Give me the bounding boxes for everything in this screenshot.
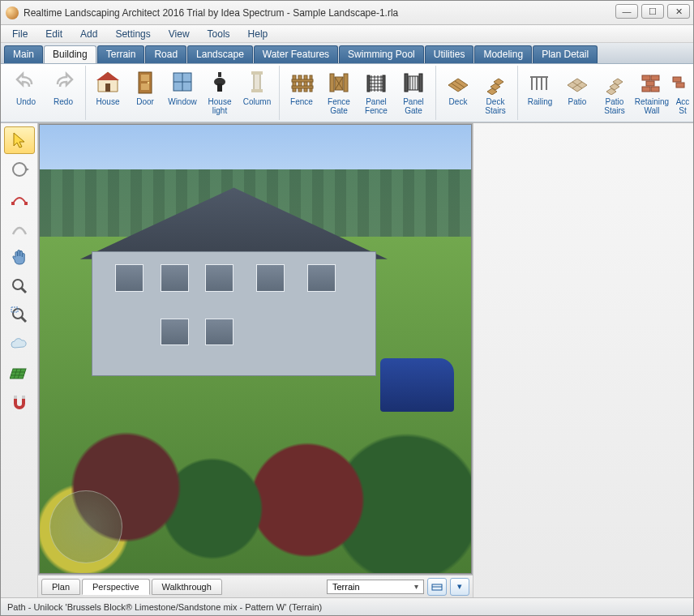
patio-label: Patio bbox=[568, 98, 587, 107]
svg-rect-65 bbox=[642, 87, 650, 92]
patio-stairs-icon bbox=[600, 67, 629, 96]
layer-options-button[interactable]: ▾ bbox=[450, 578, 469, 596]
ribbon-tab-pool[interactable]: Swimming Pool bbox=[339, 45, 424, 63]
canvas-area: Plan Perspective Walkthrough Terrain ▾ bbox=[38, 123, 473, 597]
view-tab-walkthrough[interactable]: Walkthrough bbox=[152, 579, 222, 595]
redo-label: Redo bbox=[54, 98, 73, 107]
svg-line-75 bbox=[21, 288, 26, 293]
svg-marker-1 bbox=[96, 72, 119, 80]
menu-settings[interactable]: Settings bbox=[107, 27, 158, 41]
tool-zoom-extents[interactable] bbox=[4, 302, 35, 329]
svg-rect-17 bbox=[298, 75, 302, 92]
menu-add[interactable]: Add bbox=[72, 27, 105, 41]
menu-view[interactable]: View bbox=[161, 27, 198, 41]
fence-gate-button[interactable]: Fence Gate bbox=[320, 66, 358, 120]
ribbon-tab-building[interactable]: Building bbox=[44, 45, 96, 63]
window-button[interactable]: Window bbox=[164, 66, 201, 120]
app-window: Realtime Landscaping Architect 2016 Tria… bbox=[0, 0, 694, 616]
svg-rect-10 bbox=[218, 72, 221, 77]
maximize-button[interactable]: ☐ bbox=[641, 4, 664, 19]
statusbar: Path - Unilock 'Brussels Block® Limeston… bbox=[1, 597, 693, 615]
tool-snap[interactable] bbox=[4, 389, 35, 417]
svg-rect-73 bbox=[24, 202, 28, 205]
ribbon-tab-water[interactable]: Water Features bbox=[254, 45, 338, 63]
house-light-button[interactable]: House light bbox=[201, 66, 238, 120]
viewport-3d[interactable] bbox=[39, 124, 472, 574]
house-icon bbox=[93, 67, 122, 96]
svg-rect-4 bbox=[141, 75, 149, 81]
panel-gate-button[interactable]: Panel Gate bbox=[395, 66, 432, 120]
patio-stairs-button[interactable]: Patio Stairs bbox=[596, 66, 633, 120]
minimize-button[interactable]: — bbox=[615, 4, 638, 19]
menu-edit[interactable]: Edit bbox=[37, 27, 71, 41]
ribbon-tab-plan-detail[interactable]: Plan Detail bbox=[533, 45, 598, 63]
view-tab-perspective[interactable]: Perspective bbox=[82, 579, 149, 595]
ribbon-group-building: House Door Window House light Column bbox=[86, 66, 280, 120]
fence-button[interactable]: Fence bbox=[283, 66, 320, 120]
tool-cloud[interactable] bbox=[4, 331, 35, 358]
svg-rect-85 bbox=[22, 396, 25, 399]
deck-icon bbox=[443, 67, 473, 96]
menu-help[interactable]: Help bbox=[240, 27, 276, 41]
panel-gate-icon bbox=[399, 67, 428, 96]
layer-dropdown[interactable]: Terrain bbox=[327, 580, 424, 594]
svg-rect-22 bbox=[330, 74, 334, 92]
ribbon-tab-terrain[interactable]: Terrain bbox=[97, 45, 145, 63]
tool-edit-points[interactable] bbox=[4, 185, 35, 212]
retaining-wall-label: Retaining Wall bbox=[635, 98, 669, 115]
deck-stairs-button[interactable]: Deck Stairs bbox=[477, 66, 514, 120]
ribbon-group-history: Undo Redo bbox=[4, 66, 86, 120]
close-button[interactable]: ✕ bbox=[667, 4, 690, 19]
layer-visibility-button[interactable] bbox=[427, 578, 447, 596]
tool-zoom[interactable] bbox=[4, 272, 35, 300]
ribbon-tab-modeling[interactable]: Modeling bbox=[474, 45, 532, 63]
svg-rect-20 bbox=[292, 79, 313, 82]
house-button[interactable]: House bbox=[89, 66, 126, 120]
ribbon-tab-road[interactable]: Road bbox=[145, 45, 186, 63]
panel-gate-label: Panel Gate bbox=[403, 98, 424, 115]
deck-button[interactable]: Deck bbox=[439, 66, 477, 120]
patio-button[interactable]: Patio bbox=[559, 66, 596, 120]
railing-button[interactable]: Railing bbox=[521, 66, 559, 120]
svg-rect-16 bbox=[293, 75, 296, 92]
column-button[interactable]: Column bbox=[238, 66, 276, 120]
menu-tools[interactable]: Tools bbox=[199, 27, 238, 41]
app-icon bbox=[6, 6, 19, 19]
tool-orbit[interactable] bbox=[4, 156, 35, 183]
undo-button[interactable]: Undo bbox=[7, 66, 45, 120]
svg-rect-63 bbox=[651, 75, 659, 80]
accent-button[interactable]: Acc St bbox=[670, 66, 693, 120]
svg-rect-12 bbox=[217, 83, 222, 92]
door-label: Door bbox=[136, 98, 154, 107]
retaining-wall-button[interactable]: Retaining Wall bbox=[633, 66, 670, 120]
fence-label: Fence bbox=[290, 98, 313, 107]
panel-fence-button[interactable]: Panel Fence bbox=[358, 66, 395, 120]
svg-marker-71 bbox=[26, 168, 29, 171]
side-toolbar bbox=[1, 123, 38, 597]
accent-icon bbox=[668, 67, 693, 96]
roof bbox=[80, 187, 388, 259]
view-tab-plan[interactable]: Plan bbox=[41, 579, 80, 595]
accent-label: Acc St bbox=[676, 98, 690, 115]
window-controls: — ☐ ✕ bbox=[615, 4, 690, 19]
tool-pan[interactable] bbox=[4, 243, 35, 271]
door-button[interactable]: Door bbox=[126, 66, 164, 120]
tool-select[interactable] bbox=[4, 126, 35, 154]
window-title: Realtime Landscaping Architect 2016 Tria… bbox=[24, 7, 398, 19]
svg-rect-2 bbox=[105, 83, 110, 92]
undo-label: Undo bbox=[16, 98, 36, 107]
svg-rect-67 bbox=[673, 77, 681, 82]
ribbon-tab-utilities[interactable]: Utilities bbox=[425, 45, 474, 63]
tool-grid[interactable] bbox=[4, 360, 35, 387]
column-label: Column bbox=[243, 98, 271, 107]
undo-icon bbox=[11, 67, 41, 96]
menu-file[interactable]: File bbox=[4, 27, 36, 41]
svg-rect-38 bbox=[405, 74, 408, 92]
redo-button[interactable]: Redo bbox=[45, 66, 82, 120]
nav-compass[interactable] bbox=[49, 490, 122, 563]
svg-rect-39 bbox=[419, 74, 422, 92]
deck-label: Deck bbox=[449, 98, 468, 107]
tool-curve[interactable] bbox=[4, 214, 35, 242]
ribbon-tab-landscape[interactable]: Landscape bbox=[187, 45, 253, 63]
ribbon-tab-main[interactable]: Main bbox=[4, 45, 43, 63]
